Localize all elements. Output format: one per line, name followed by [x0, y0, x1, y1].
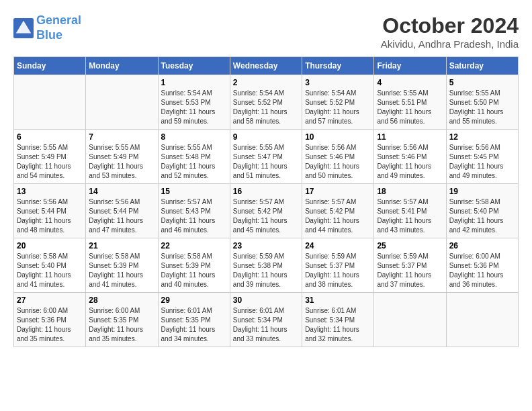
calendar-week-row: 13Sunrise: 5:56 AM Sunset: 5:44 PM Dayli… [14, 184, 519, 238]
calendar-week-row: 27Sunrise: 6:00 AM Sunset: 5:36 PM Dayli… [14, 293, 519, 347]
day-number: 19 [449, 187, 515, 196]
day-info: Sunrise: 5:56 AM Sunset: 5:46 PM Dayligh… [305, 143, 371, 181]
day-info: Sunrise: 5:55 AM Sunset: 5:49 PM Dayligh… [89, 143, 154, 181]
day-info: Sunrise: 5:57 AM Sunset: 5:42 PM Dayligh… [233, 197, 299, 235]
day-info: Sunrise: 6:00 AM Sunset: 5:35 PM Dayligh… [89, 306, 154, 344]
calendar-cell: 16Sunrise: 5:57 AM Sunset: 5:42 PM Dayli… [230, 184, 302, 238]
day-info: Sunrise: 5:55 AM Sunset: 5:51 PM Dayligh… [377, 89, 443, 126]
calendar-cell: 29Sunrise: 6:01 AM Sunset: 5:35 PM Dayli… [158, 293, 230, 347]
day-number: 4 [377, 78, 443, 87]
day-info: Sunrise: 6:01 AM Sunset: 5:35 PM Dayligh… [161, 306, 227, 344]
day-number: 2 [233, 78, 299, 87]
day-number: 31 [305, 295, 371, 305]
calendar-cell: 26Sunrise: 6:00 AM Sunset: 5:36 PM Dayli… [446, 238, 518, 293]
weekday-header: Tuesday [158, 57, 230, 75]
day-number: 30 [233, 295, 299, 305]
day-number: 22 [161, 241, 227, 250]
calendar-cell: 15Sunrise: 5:57 AM Sunset: 5:43 PM Dayli… [158, 184, 230, 238]
day-number: 12 [449, 132, 515, 142]
calendar-cell: 25Sunrise: 5:59 AM Sunset: 5:37 PM Dayli… [374, 238, 446, 293]
calendar-cell: 5Sunrise: 5:55 AM Sunset: 5:50 PM Daylig… [446, 75, 518, 130]
location: Akividu, Andhra Pradesh, India [381, 38, 519, 50]
day-info: Sunrise: 5:59 AM Sunset: 5:37 PM Dayligh… [305, 252, 371, 289]
weekday-header: Wednesday [230, 57, 302, 75]
day-number: 18 [377, 187, 443, 196]
day-number: 16 [233, 187, 299, 196]
day-info: Sunrise: 5:57 AM Sunset: 5:41 PM Dayligh… [377, 197, 443, 235]
day-number: 24 [305, 241, 371, 250]
day-number: 10 [305, 132, 371, 142]
day-number: 11 [377, 132, 443, 142]
weekday-header: Thursday [302, 57, 374, 75]
calendar-cell: 19Sunrise: 5:58 AM Sunset: 5:40 PM Dayli… [446, 184, 518, 238]
day-number: 20 [17, 241, 83, 250]
calendar-cell: 18Sunrise: 5:57 AM Sunset: 5:41 PM Dayli… [374, 184, 446, 238]
calendar-cell [374, 293, 446, 347]
calendar-cell: 28Sunrise: 6:00 AM Sunset: 5:35 PM Dayli… [86, 293, 158, 347]
day-number: 8 [161, 132, 227, 142]
day-info: Sunrise: 5:55 AM Sunset: 5:47 PM Dayligh… [233, 143, 299, 181]
calendar-cell [14, 75, 86, 130]
day-info: Sunrise: 6:01 AM Sunset: 5:34 PM Dayligh… [233, 306, 299, 344]
calendar-cell: 4Sunrise: 5:55 AM Sunset: 5:51 PM Daylig… [374, 75, 446, 130]
day-number: 23 [233, 241, 299, 250]
day-info: Sunrise: 5:58 AM Sunset: 5:40 PM Dayligh… [17, 252, 83, 289]
logo-line1: General [36, 13, 81, 27]
calendar-cell: 7Sunrise: 5:55 AM Sunset: 5:49 PM Daylig… [86, 130, 158, 184]
calendar-week-row: 1Sunrise: 5:54 AM Sunset: 5:53 PM Daylig… [14, 75, 519, 130]
weekday-header: Monday [86, 57, 158, 75]
calendar-cell: 12Sunrise: 5:56 AM Sunset: 5:45 PM Dayli… [446, 130, 518, 184]
day-info: Sunrise: 5:56 AM Sunset: 5:44 PM Dayligh… [17, 197, 83, 235]
day-info: Sunrise: 5:56 AM Sunset: 5:44 PM Dayligh… [89, 197, 154, 235]
day-number: 17 [305, 187, 371, 196]
day-info: Sunrise: 5:54 AM Sunset: 5:52 PM Dayligh… [305, 89, 371, 126]
day-number: 29 [161, 295, 227, 305]
day-number: 21 [89, 241, 154, 250]
day-number: 26 [449, 241, 515, 250]
calendar-table: SundayMondayTuesdayWednesdayThursdayFrid… [13, 56, 519, 347]
calendar-cell: 10Sunrise: 5:56 AM Sunset: 5:46 PM Dayli… [302, 130, 374, 184]
day-info: Sunrise: 5:57 AM Sunset: 5:43 PM Dayligh… [161, 197, 227, 235]
day-info: Sunrise: 6:00 AM Sunset: 5:36 PM Dayligh… [17, 306, 83, 344]
day-number: 1 [161, 78, 227, 87]
calendar-week-row: 6Sunrise: 5:55 AM Sunset: 5:49 PM Daylig… [14, 130, 519, 184]
calendar-cell: 8Sunrise: 5:55 AM Sunset: 5:48 PM Daylig… [158, 130, 230, 184]
calendar-cell: 23Sunrise: 5:59 AM Sunset: 5:38 PM Dayli… [230, 238, 302, 293]
month-title: October 2024 [381, 13, 519, 38]
day-info: Sunrise: 5:54 AM Sunset: 5:52 PM Dayligh… [233, 89, 299, 126]
day-info: Sunrise: 5:56 AM Sunset: 5:45 PM Dayligh… [449, 143, 515, 181]
day-number: 28 [89, 295, 154, 305]
calendar-cell: 2Sunrise: 5:54 AM Sunset: 5:52 PM Daylig… [230, 75, 302, 130]
calendar-cell: 30Sunrise: 6:01 AM Sunset: 5:34 PM Dayli… [230, 293, 302, 347]
calendar-cell: 13Sunrise: 5:56 AM Sunset: 5:44 PM Dayli… [14, 184, 86, 238]
calendar-cell: 17Sunrise: 5:57 AM Sunset: 5:42 PM Dayli… [302, 184, 374, 238]
calendar-cell: 1Sunrise: 5:54 AM Sunset: 5:53 PM Daylig… [158, 75, 230, 130]
day-info: Sunrise: 5:58 AM Sunset: 5:39 PM Dayligh… [161, 252, 227, 289]
day-number: 7 [89, 132, 154, 142]
calendar-cell: 14Sunrise: 5:56 AM Sunset: 5:44 PM Dayli… [86, 184, 158, 238]
calendar-cell: 9Sunrise: 5:55 AM Sunset: 5:47 PM Daylig… [230, 130, 302, 184]
day-info: Sunrise: 5:55 AM Sunset: 5:49 PM Dayligh… [17, 143, 83, 181]
day-info: Sunrise: 5:55 AM Sunset: 5:48 PM Dayligh… [161, 143, 227, 181]
day-number: 14 [89, 187, 154, 196]
calendar-cell [86, 75, 158, 130]
day-number: 25 [377, 241, 443, 250]
calendar-week-row: 20Sunrise: 5:58 AM Sunset: 5:40 PM Dayli… [14, 238, 519, 293]
calendar-cell: 22Sunrise: 5:58 AM Sunset: 5:39 PM Dayli… [158, 238, 230, 293]
weekday-header: Friday [374, 57, 446, 75]
day-number: 13 [17, 187, 83, 196]
day-number: 3 [305, 78, 371, 87]
day-info: Sunrise: 5:56 AM Sunset: 5:46 PM Dayligh… [377, 143, 443, 181]
logo-line2: Blue [36, 28, 62, 42]
weekday-header: Saturday [446, 57, 518, 75]
calendar-cell: 21Sunrise: 5:58 AM Sunset: 5:39 PM Dayli… [86, 238, 158, 293]
logo-text: General Blue [36, 13, 81, 42]
calendar-cell: 6Sunrise: 5:55 AM Sunset: 5:49 PM Daylig… [14, 130, 86, 184]
day-info: Sunrise: 5:54 AM Sunset: 5:53 PM Dayligh… [161, 89, 227, 126]
weekday-header: Sunday [14, 57, 86, 75]
day-info: Sunrise: 5:58 AM Sunset: 5:40 PM Dayligh… [449, 197, 515, 235]
day-info: Sunrise: 5:59 AM Sunset: 5:37 PM Dayligh… [377, 252, 443, 289]
weekday-header-row: SundayMondayTuesdayWednesdayThursdayFrid… [14, 57, 519, 75]
day-number: 9 [233, 132, 299, 142]
page-header: General Blue October 2024 Akividu, Andhr… [13, 13, 519, 50]
